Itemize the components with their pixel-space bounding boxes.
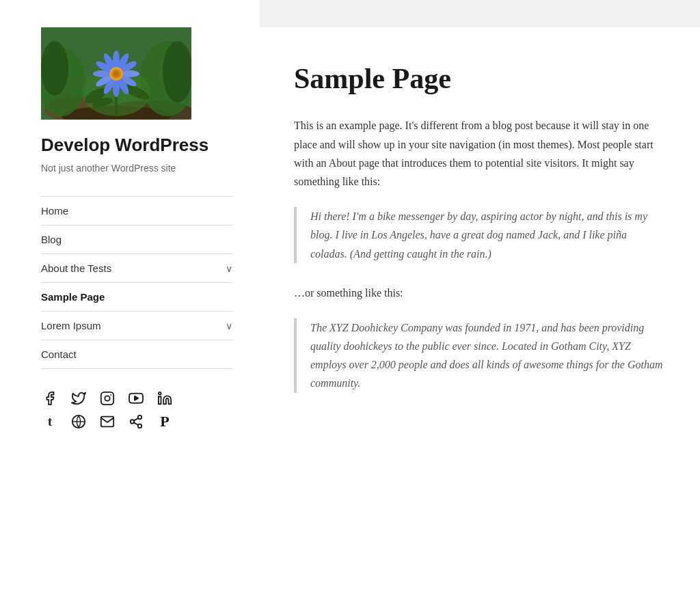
nav-item-home[interactable]: Home — [41, 197, 232, 225]
svg-point-33 — [159, 392, 161, 395]
quote-1-text: Hi there! I'm a bike messenger by day, a… — [310, 207, 666, 263]
svg-point-36 — [131, 420, 135, 424]
pinterest-icon[interactable]: P — [156, 413, 174, 430]
intro-paragraph: This is an example page. It's different … — [294, 116, 666, 191]
svg-point-37 — [138, 424, 142, 428]
site-logo — [41, 27, 232, 122]
site-logo-image — [41, 27, 191, 120]
email-icon[interactable] — [98, 413, 116, 430]
stumbleupon-icon[interactable] — [127, 413, 145, 430]
site-description: Not just another WordPress site — [41, 161, 232, 176]
svg-rect-32 — [159, 396, 161, 404]
nav-label: Blog — [41, 234, 62, 245]
linkedin-icon[interactable] — [156, 390, 174, 407]
nav-item-sample[interactable]: Sample Page — [41, 283, 232, 311]
svg-point-29 — [105, 396, 109, 401]
twitter-icon[interactable] — [70, 390, 88, 407]
nav-label: Sample Page — [41, 291, 105, 303]
transition-text: …or something like this: — [294, 284, 666, 302]
youtube-icon[interactable] — [127, 390, 145, 407]
svg-point-30 — [110, 394, 111, 396]
quote-2-text: The XYZ Doohickey Company was founded in… — [310, 318, 666, 393]
content-card: Sample Page This is an example page. It'… — [260, 27, 700, 615]
nav-item-about[interactable]: About the Tests∨ — [41, 254, 232, 282]
site-title: Develop WordPress — [41, 135, 232, 156]
nav-item-contact[interactable]: Contact — [41, 340, 232, 368]
svg-point-27 — [163, 41, 191, 102]
svg-line-38 — [134, 423, 138, 426]
main-navigation: HomeBlogAbout the Tests∨Sample PageLorem… — [41, 196, 232, 390]
facebook-icon[interactable] — [41, 390, 59, 407]
svg-point-26 — [41, 41, 68, 96]
tumblr-icon[interactable]: t — [41, 413, 59, 430]
svg-marker-31 — [135, 396, 138, 400]
nav-label: About the Tests — [41, 262, 111, 274]
nav-label: Contact — [41, 348, 77, 360]
page-body: This is an example page. It's different … — [294, 116, 666, 392]
nav-label: Home — [41, 205, 68, 217]
nav-label: Lorem Ipsum — [41, 320, 101, 331]
blockquote-1: Hi there! I'm a bike messenger by day, a… — [294, 207, 666, 263]
nav-arrow-icon: ∨ — [226, 263, 232, 274]
sidebar: Develop WordPress Not just another WordP… — [0, 0, 260, 615]
nav-item-blog[interactable]: Blog — [41, 226, 232, 254]
nav-arrow-icon: ∨ — [226, 320, 232, 331]
wordpress-icon[interactable] — [70, 413, 88, 430]
svg-point-35 — [138, 415, 142, 420]
svg-point-25 — [113, 71, 119, 77]
nav-item-lorem[interactable]: Lorem Ipsum∨ — [41, 312, 232, 340]
svg-rect-28 — [101, 392, 113, 405]
page-title: Sample Page — [294, 62, 666, 96]
svg-line-39 — [134, 418, 138, 421]
blockquote-2: The XYZ Doohickey Company was founded in… — [294, 318, 666, 393]
instagram-icon[interactable] — [98, 390, 116, 407]
social-icons: t — [41, 390, 232, 436]
main-content: Sample Page This is an example page. It'… — [260, 0, 700, 615]
